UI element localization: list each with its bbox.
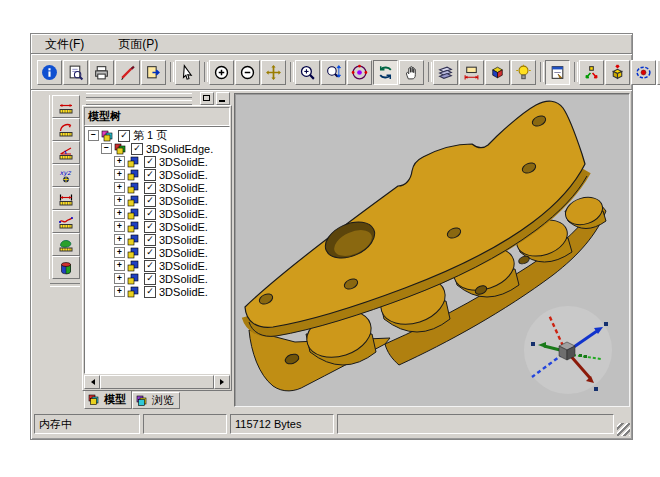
part-node-icon (127, 247, 141, 259)
visibility-checkbox[interactable]: ✓ (144, 208, 156, 220)
layers-icon (437, 64, 454, 81)
expand-icon[interactable]: + (114, 273, 125, 284)
expand-icon[interactable]: + (114, 208, 125, 219)
expand-icon[interactable]: + (114, 221, 125, 232)
info-icon (41, 64, 58, 81)
explode-icon (609, 64, 626, 81)
visibility-checkbox[interactable]: ✓ (144, 286, 156, 298)
gripper-lines (86, 93, 192, 105)
expand-icon[interactable]: + (114, 247, 125, 258)
measure-volume-button[interactable] (52, 256, 80, 279)
tree-row-part[interactable]: + ✓ 3DSolidE. (114, 155, 229, 168)
visibility-checkbox[interactable]: ✓ (144, 273, 156, 285)
expand-icon[interactable]: + (114, 195, 125, 206)
tab-model[interactable]: 模型 (84, 391, 132, 409)
layers-button[interactable] (433, 60, 458, 85)
expand-icon[interactable]: + (114, 286, 125, 297)
fit-view-button[interactable] (261, 60, 286, 85)
scroll-left-button[interactable] (84, 375, 100, 389)
tree-row-part[interactable]: + ✓ 3DSolidE. (114, 272, 229, 285)
print-button[interactable] (89, 60, 114, 85)
measure-coordinate-icon: xyz (57, 168, 75, 184)
expand-icon[interactable]: + (114, 182, 125, 193)
tree-row-assembly[interactable]: − ✓ 3DSolidEdge. (101, 142, 229, 155)
assembly-node-icon (114, 143, 128, 155)
light-button[interactable] (511, 60, 536, 85)
panel-float-button[interactable] (200, 92, 214, 105)
tree-row-part[interactable]: + ✓ 3DSolidE. (114, 181, 229, 194)
tree-row-part[interactable]: + ✓ 3DSolidE. (114, 285, 229, 298)
pmi-dimension-button[interactable] (459, 60, 484, 85)
menu-page[interactable]: 页面(P) (114, 34, 162, 55)
tree-row-part[interactable]: + ✓ 3DSolidE. (114, 220, 229, 233)
tree-row-part[interactable]: + ✓ 3DSolidE. (114, 259, 229, 272)
rotate-icon (377, 64, 394, 81)
markup-pen-button[interactable] (115, 60, 140, 85)
tree-row-part[interactable]: + ✓ 3DSolidE. (114, 233, 229, 246)
zoom-out-button[interactable] (235, 60, 260, 85)
measure-curve-button[interactable] (52, 210, 80, 233)
visibility-checkbox[interactable]: ✓ (144, 221, 156, 233)
visibility-checkbox[interactable]: ✓ (144, 156, 156, 168)
zoom-in-button[interactable] (209, 60, 234, 85)
measure-distance-button[interactable] (52, 187, 80, 210)
visibility-checkbox[interactable]: ✓ (144, 260, 156, 272)
collapse-icon[interactable]: − (88, 130, 99, 141)
expand-icon[interactable]: + (114, 234, 125, 245)
resize-grip[interactable] (617, 423, 630, 436)
rotate-button[interactable] (373, 60, 398, 85)
scroll-right-button[interactable] (214, 375, 230, 389)
tree-row-part[interactable]: + ✓ 3DSolidE. (114, 194, 229, 207)
visibility-checkbox[interactable]: ✓ (118, 130, 130, 142)
print-preview-button[interactable] (63, 60, 88, 85)
zoom-dynamic-button[interactable] (321, 60, 346, 85)
spin-button[interactable] (631, 60, 656, 85)
measure-radius-button[interactable] (52, 118, 80, 141)
status-memory: 内存中 (34, 414, 140, 434)
tree-row-part[interactable]: + ✓ 3DSolidE. (114, 246, 229, 259)
visibility-checkbox[interactable]: ✓ (144, 195, 156, 207)
tree-label: 3DSolidE. (159, 169, 208, 181)
visibility-checkbox[interactable]: ✓ (144, 234, 156, 246)
visibility-checkbox[interactable]: ✓ (144, 247, 156, 259)
scroll-thumb[interactable] (100, 375, 214, 389)
tree-label: 3DSolidE. (159, 247, 208, 259)
zoom-window-button[interactable] (295, 60, 320, 85)
assembly-button[interactable] (579, 60, 604, 85)
select-cursor-button[interactable] (175, 60, 200, 85)
measure-horizontal-button[interactable] (52, 95, 80, 118)
measure-angle-button[interactable] (52, 141, 80, 164)
orientation-widget[interactable] (513, 302, 623, 402)
tree-label: 3DSolidE. (159, 195, 208, 207)
visibility-checkbox[interactable]: ✓ (144, 182, 156, 194)
explode-button[interactable] (605, 60, 630, 85)
expand-icon[interactable]: + (114, 156, 125, 167)
viewport-canvas[interactable] (234, 93, 630, 407)
orbit-button[interactable] (347, 60, 372, 85)
tab-browse[interactable]: 浏览 (132, 392, 180, 409)
report-panel-button[interactable] (545, 60, 570, 85)
pan-button[interactable] (399, 60, 424, 85)
measure-distance-icon (57, 191, 75, 207)
expand-icon[interactable]: + (114, 260, 125, 271)
collapse-icon[interactable]: − (101, 143, 112, 154)
visibility-checkbox[interactable]: ✓ (144, 169, 156, 181)
menu-file[interactable]: 文件(F) (41, 34, 88, 55)
expand-icon[interactable]: + (114, 169, 125, 180)
panel-grip-bar[interactable] (82, 92, 232, 105)
tree-row-page[interactable]: − ✓ 第 1 页 (88, 129, 229, 142)
shaded-box-button[interactable] (485, 60, 510, 85)
export-button[interactable] (141, 60, 166, 85)
model-tab-icon (88, 394, 101, 405)
panel-body: 模型树 − ✓ 第 1 页 − ✓ 3DSolidEdge. (82, 105, 232, 391)
measure-coordinate-button[interactable]: xyz (52, 164, 80, 187)
panel-hide-button[interactable] (216, 92, 230, 105)
measure-area-button[interactable] (52, 233, 80, 256)
info-button[interactable] (37, 60, 62, 85)
tree-row-part[interactable]: + ✓ 3DSolidE. (114, 207, 229, 220)
toolbar-separator (167, 61, 174, 83)
visibility-checkbox[interactable]: ✓ (131, 143, 143, 155)
toolbar-separator (571, 61, 578, 83)
side-toolbar-separator (50, 283, 80, 287)
tree-row-part[interactable]: + ✓ 3DSolidE. (114, 168, 229, 181)
